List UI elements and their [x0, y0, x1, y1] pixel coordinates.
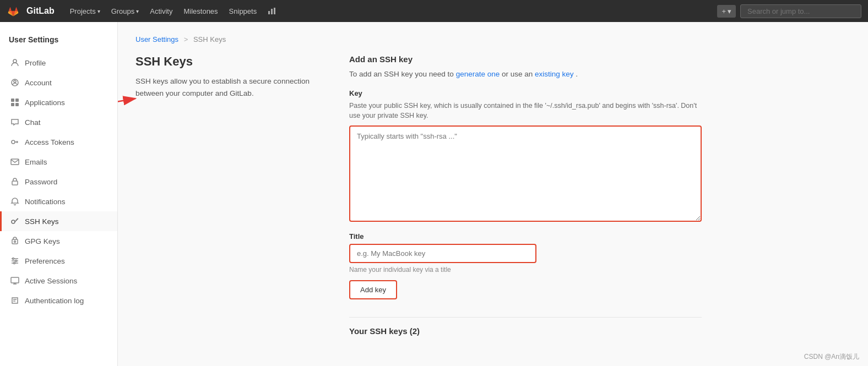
nav-groups[interactable]: Groups ▾	[107, 5, 144, 18]
nav-activity[interactable]: Activity	[145, 5, 177, 18]
sidebar-item-profile[interactable]: Profile	[0, 53, 117, 73]
breadcrumb-separator: >	[184, 35, 188, 43]
svg-point-21	[14, 263, 15, 264]
sidebar-item-chat[interactable]: Chat	[0, 112, 117, 132]
svg-rect-6	[11, 99, 14, 102]
sidebar-item-ssh-keys[interactable]: SSH Keys	[0, 211, 117, 231]
svg-point-15	[14, 241, 16, 243]
sidebar-item-password[interactable]: Password	[0, 172, 117, 192]
add-ssh-intro: To add an SSH key you need to generate o…	[349, 68, 702, 80]
left-panel: SSH Keys SSH keys allow you to establish…	[135, 54, 323, 99]
svg-rect-22	[11, 277, 19, 283]
breadcrumb-current: SSH Keys	[193, 35, 226, 43]
gitlab-wordmark: GitLab	[26, 6, 55, 16]
svg-rect-0	[268, 11, 270, 14]
global-search-input[interactable]	[740, 4, 861, 18]
existing-key-link[interactable]: existing key	[535, 70, 574, 78]
add-ssh-section-title: Add an SSH key	[349, 54, 702, 64]
content-grid: SSH Keys SSH keys allow you to establish…	[135, 54, 850, 336]
title-label: Title	[349, 232, 702, 241]
nav-snippets[interactable]: Snippets	[225, 5, 262, 18]
sidebar: User Settings Profile Account Applicatio…	[0, 22, 118, 366]
svg-point-10	[12, 140, 15, 144]
page-layout: User Settings Profile Account Applicatio…	[0, 22, 868, 366]
sidebar-item-emails[interactable]: Emails	[0, 152, 117, 172]
chevron-down-icon: ▾	[97, 8, 100, 14]
svg-point-3	[13, 59, 17, 63]
svg-line-26	[118, 99, 135, 132]
svg-rect-7	[15, 99, 19, 102]
ssh-key-textarea[interactable]	[349, 125, 702, 222]
chevron-down-icon: ▾	[136, 8, 139, 14]
svg-rect-8	[11, 103, 14, 106]
sidebar-item-account[interactable]: Account	[0, 73, 117, 92]
svg-rect-1	[271, 9, 273, 14]
sidebar-item-preferences[interactable]: Preferences	[0, 251, 117, 271]
sidebar-item-notifications[interactable]: Notifications	[0, 192, 117, 211]
svg-point-5	[14, 80, 16, 83]
svg-rect-9	[15, 103, 19, 106]
sidebar-title: User Settings	[0, 31, 117, 53]
sidebar-item-gpg-keys[interactable]: GPG Keys	[0, 231, 117, 251]
nav-chart-icon[interactable]	[263, 4, 281, 18]
svg-point-19	[13, 258, 14, 260]
ssh-title-input[interactable]	[349, 244, 536, 263]
svg-point-20	[15, 260, 17, 262]
your-keys-section: Your SSH keys (2)	[349, 317, 702, 336]
title-hint: Name your individual key via a title	[349, 266, 702, 274]
plus-icon: +	[721, 7, 726, 15]
your-keys-title: Your SSH keys (2)	[349, 326, 702, 336]
generate-one-link[interactable]: generate one	[456, 70, 500, 78]
page-description: SSH keys allow you to establish a secure…	[135, 75, 323, 99]
key-description: Paste your public SSH key, which is usua…	[349, 101, 702, 122]
main-content: User Settings > SSH Keys SSH Keys SSH ke…	[118, 22, 868, 366]
sidebar-item-applications[interactable]: Applications	[0, 92, 117, 112]
add-key-button[interactable]: Add key	[349, 280, 397, 299]
new-item-button[interactable]: + ▾	[717, 5, 736, 18]
sidebar-item-active-sessions[interactable]: Active Sessions	[0, 271, 117, 291]
watermark: CSDN @An滴饭儿	[804, 352, 859, 362]
gitlab-logo[interactable]	[7, 4, 20, 18]
breadcrumb-parent-link[interactable]: User Settings	[135, 35, 178, 43]
svg-rect-14	[12, 239, 18, 244]
svg-point-13	[12, 220, 15, 223]
right-panel: Add an SSH key To add an SSH key you nee…	[349, 54, 702, 336]
top-navigation: GitLab Projects ▾ Groups ▾ Activity Mile…	[0, 0, 868, 22]
sidebar-item-auth-log[interactable]: Authentication log	[0, 291, 117, 310]
page-title: SSH Keys	[135, 54, 323, 69]
topnav-right: + ▾	[717, 4, 861, 18]
svg-rect-2	[274, 8, 275, 14]
key-label: Key	[349, 89, 702, 97]
chevron-down-icon: ▾	[728, 7, 731, 15]
svg-rect-12	[12, 181, 18, 185]
breadcrumb: User Settings > SSH Keys	[135, 35, 850, 43]
sidebar-item-access-tokens[interactable]: Access Tokens	[0, 132, 117, 152]
nav-milestones[interactable]: Milestones	[179, 5, 222, 18]
nav-projects[interactable]: Projects ▾	[66, 5, 105, 18]
svg-rect-11	[11, 159, 19, 165]
